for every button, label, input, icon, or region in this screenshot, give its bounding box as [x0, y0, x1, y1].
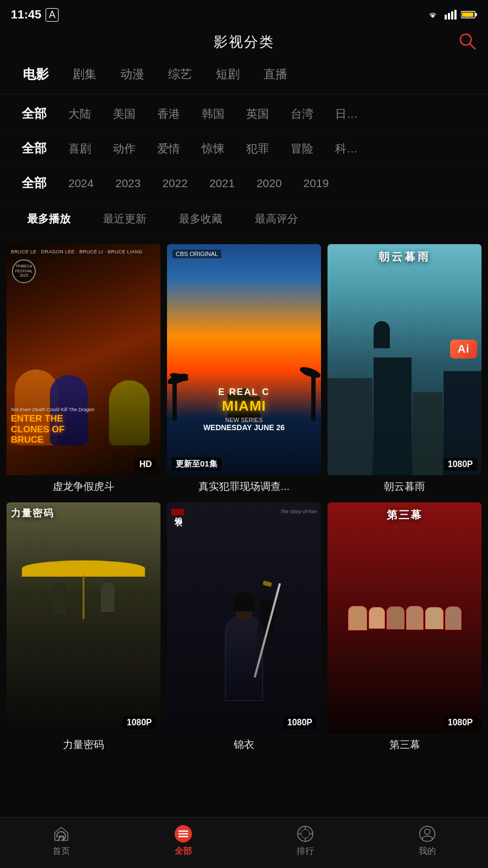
filter-region-korea[interactable]: 韩国 — [191, 103, 235, 125]
svg-rect-0 — [445, 15, 447, 20]
tab-series[interactable]: 剧集 — [61, 62, 108, 86]
svg-point-21 — [425, 829, 430, 834]
poster-2-cbs-label: CBS ORIGINAL — [172, 250, 221, 258]
movie-badge-2: 更新至01集 — [171, 457, 222, 471]
svg-rect-1 — [448, 13, 450, 20]
nav-item-profile[interactable]: 我的 — [366, 824, 488, 857]
poster-2-title-block: E REAL C MIAMI NEW SERIES WEDNESDAY JUNE… — [167, 387, 321, 432]
status-icons: ⚡ — [425, 9, 477, 20]
filter-region-taiwan[interactable]: 台湾 — [280, 103, 324, 125]
filter-year-2022[interactable]: 2022 — [151, 174, 198, 193]
filter-year-2023[interactable]: 2023 — [105, 174, 152, 193]
filter-year-2021[interactable]: 2021 — [198, 174, 246, 193]
nav-label-profile: 我的 — [419, 846, 436, 857]
movie-card-1[interactable]: BRUCE LE · DRAGON LEE · BRUCE LI · BRUCE… — [7, 244, 160, 496]
svg-line-9 — [470, 44, 475, 49]
filter-genre-comedy[interactable]: 喜剧 — [57, 138, 102, 159]
filter-region-usa[interactable]: 美国 — [102, 103, 146, 125]
movie-card-2[interactable]: CBS ORIGINAL E REAL C MIAMI NEW SERIES W… — [167, 244, 321, 496]
all-icon — [174, 824, 193, 844]
movie-title-5: 锦衣 — [167, 733, 321, 754]
filter-year-2019[interactable]: 2019 — [293, 174, 340, 193]
filter-genre-all[interactable]: 全部 — [11, 137, 57, 160]
movie-badge-1: HD — [135, 458, 156, 471]
tab-anime[interactable]: 动漫 — [108, 62, 156, 86]
filter-region-uk[interactable]: 英国 — [235, 103, 280, 125]
ai-badge: Ai — [450, 340, 477, 359]
filter-year-all[interactable]: 全部 — [11, 171, 57, 195]
filter-genre-crime[interactable]: 犯罪 — [235, 138, 280, 159]
poster-5-subtitle: The Story of Fire — [280, 509, 317, 514]
poster-3-chinese-title: 朝云暮雨 — [328, 250, 481, 264]
poster-4-title: 力量密码 — [11, 507, 156, 520]
movie-card-4[interactable]: 力量密码 1080P 力量密码 — [7, 502, 160, 754]
filter-genre-romance[interactable]: 爱情 — [146, 138, 191, 159]
filter-region-mainland[interactable]: 大陆 — [57, 103, 102, 125]
year-filter-row: 全部 2024 2023 2022 2021 2020 2019 — [5, 166, 483, 201]
tab-shortdrama[interactable]: 短剧 — [204, 62, 252, 86]
movie-badge-3: 1080P — [444, 458, 477, 471]
tab-live[interactable]: 直播 — [252, 62, 299, 86]
search-button[interactable] — [458, 31, 477, 53]
movie-badge-4: 1080P — [123, 716, 156, 729]
genre-filter-row: 全部 喜剧 动作 爱情 惊悚 犯罪 冒险 科… — [5, 131, 483, 166]
sort-most-played[interactable]: 最多播放 — [11, 208, 87, 229]
filter-region-all[interactable]: 全部 — [11, 102, 57, 125]
sort-section: 最多播放 最近更新 最多收藏 最高评分 — [0, 201, 488, 238]
poster-1-title-block: Not Even Death Could Kill The Dragon Ent… — [11, 407, 156, 445]
movie-title-1: 虚龙争假虎斗 — [7, 475, 160, 496]
movie-badge-6: 1080P — [444, 716, 477, 729]
nav-item-ranking[interactable]: 排行 — [244, 824, 366, 857]
svg-rect-5 — [476, 13, 477, 16]
page-header: 影视分类 — [0, 27, 488, 62]
filter-genre-adventure[interactable]: 冒险 — [280, 138, 324, 159]
movie-poster-4: 力量密码 1080P — [7, 502, 160, 733]
movie-card-6[interactable]: 第三幕 1080P 第三幕 — [328, 502, 481, 754]
region-filter-row: 全部 大陆 美国 香港 韩国 英国 台湾 日… — [5, 97, 483, 131]
nav-item-home[interactable]: 首页 — [0, 824, 122, 857]
movie-poster-2: CBS ORIGINAL E REAL C MIAMI NEW SERIES W… — [167, 244, 321, 475]
sort-highest-rated[interactable]: 最高评分 — [239, 208, 314, 229]
svg-rect-2 — [451, 11, 453, 20]
filter-section: 全部 大陆 美国 香港 韩国 英国 台湾 日… 全部 喜剧 动作 爱情 惊悚 犯… — [0, 97, 488, 201]
tab-variety[interactable]: 综艺 — [156, 62, 204, 86]
movie-title-4: 力量密码 — [7, 733, 160, 754]
keyboard-indicator: A — [46, 8, 59, 22]
movie-title-2: 真实犯罪现场调查... — [167, 475, 321, 496]
filter-region-hk[interactable]: 香港 — [146, 103, 191, 125]
movie-card-3[interactable]: 朝云暮雨 Ai 1080P 朝云暮雨 — [328, 244, 481, 496]
sort-recent-update[interactable]: 最近更新 — [87, 208, 163, 229]
svg-rect-3 — [454, 10, 457, 20]
filter-year-2020[interactable]: 2020 — [246, 174, 293, 193]
filter-year-2024[interactable]: 2024 — [57, 174, 105, 193]
sort-most-collected[interactable]: 最多收藏 — [163, 208, 239, 229]
nav-label-home: 首页 — [53, 846, 70, 857]
nav-label-all: 全部 — [175, 846, 192, 857]
poster-1-top-text: BRUCE LE · DRAGON LEE · BRUCE LI · BRUCE… — [11, 248, 156, 256]
filter-genre-scifi[interactable]: 科… — [324, 138, 369, 159]
nav-label-ranking: 排行 — [297, 846, 314, 857]
movie-poster-3: 朝云暮雨 Ai 1080P — [328, 244, 481, 475]
main-tabs-section: 电影 剧集 动漫 综艺 短剧 直播 — [0, 62, 488, 94]
filter-genre-action[interactable]: 动作 — [102, 138, 146, 159]
movie-badge-5: 1080P — [283, 716, 317, 729]
battery-icon: ⚡ — [461, 10, 477, 19]
filter-region-japan[interactable]: 日… — [324, 103, 369, 125]
movie-title-6: 第三幕 — [328, 733, 481, 754]
movie-poster-6: 第三幕 1080P — [328, 502, 481, 733]
nav-item-all[interactable]: 全部 — [122, 824, 244, 857]
profile-icon — [418, 824, 437, 844]
festival-badge: TRIBECA FESTIVAL 2023 — [12, 259, 36, 283]
svg-text:⚡: ⚡ — [465, 12, 471, 18]
wifi-icon — [425, 9, 440, 20]
main-tabs-row: 电影 剧集 动漫 综艺 短剧 直播 — [11, 62, 477, 94]
movie-poster-5: 锦衣 The Story of Fire 1080P — [167, 502, 321, 733]
page-title: 影视分类 — [214, 33, 274, 52]
poster-5-title-block: 锦衣 — [171, 509, 184, 515]
status-bar: 11:45 A ⚡ — [0, 0, 488, 27]
svg-point-15 — [301, 829, 310, 838]
filter-genre-thriller[interactable]: 惊悚 — [191, 138, 235, 159]
tab-movie[interactable]: 电影 — [11, 62, 61, 86]
svg-point-8 — [460, 34, 471, 45]
movie-card-5[interactable]: 锦衣 The Story of Fire 1080P 锦衣 — [167, 502, 321, 754]
